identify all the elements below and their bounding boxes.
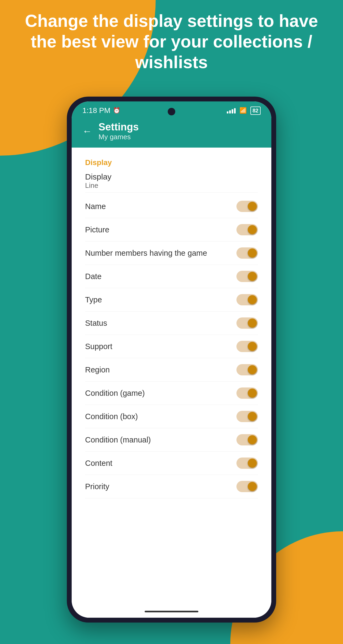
toggle-picture[interactable] (236, 224, 258, 235)
toggle-row-type: Type (85, 288, 258, 312)
toggle-label-status: Status (85, 319, 107, 328)
toggle-row-number-members: Number members having the game (85, 241, 258, 265)
toggle-label-content: Content (85, 459, 112, 468)
home-bar (72, 607, 271, 618)
toggle-track-condition-manual (236, 434, 258, 445)
toggle-thumb-type (248, 295, 257, 304)
hero-text: Change the display settings to have the … (0, 11, 343, 72)
toggle-row-date: Date (85, 265, 258, 288)
section-header-display: Display (85, 158, 258, 167)
toggle-priority[interactable] (236, 481, 258, 492)
toggle-thumb-condition-game (248, 389, 257, 398)
app-bar-title: Settings (98, 121, 139, 133)
toggle-thumb-status (248, 319, 257, 328)
toggle-condition-manual[interactable] (236, 434, 258, 445)
toggle-type[interactable] (236, 294, 258, 305)
battery-icon: 82 (250, 107, 261, 115)
camera-notch (168, 108, 175, 115)
display-line-label: Display (85, 172, 258, 181)
status-icons: 📶 82 (227, 107, 261, 115)
toggle-thumb-picture (248, 225, 257, 234)
toggle-thumb-name (248, 202, 257, 211)
toggle-support[interactable] (236, 341, 258, 352)
toggle-thumb-support (248, 342, 257, 351)
display-line-section: Display Line (85, 172, 258, 190)
toggle-row-name: Name (85, 195, 258, 218)
toggle-label-condition-game: Condition (game) (85, 389, 145, 398)
toggle-label-region: Region (85, 365, 110, 374)
toggle-label-condition-box: Condition (box) (85, 412, 138, 421)
toggle-row-region: Region (85, 358, 258, 382)
toggle-row-priority: Priority (85, 475, 258, 498)
toggle-condition-game[interactable] (236, 387, 258, 399)
content-area: Display Display Line Name (72, 148, 271, 607)
toggle-thumb-date (248, 272, 257, 281)
toggle-row-content: Content (85, 452, 258, 475)
toggle-number-members[interactable] (236, 247, 258, 259)
alarm-icon: ⏰ (113, 107, 120, 114)
toggle-label-priority: Priority (85, 482, 109, 491)
signal-icon (227, 108, 236, 114)
status-bar: 1:18 PM ⏰ 📶 82 (72, 101, 271, 117)
toggle-label-support: Support (85, 342, 112, 351)
back-button[interactable]: ← (82, 126, 92, 137)
toggle-row-support: Support (85, 335, 258, 358)
phone-frame: 1:18 PM ⏰ 📶 82 (67, 97, 276, 623)
toggle-row-status: Status (85, 312, 258, 335)
app-bar-subtitle: My games (98, 133, 139, 141)
toggle-track-condition-game (236, 387, 258, 399)
toggle-label-number-members: Number members having the game (85, 249, 207, 258)
toggle-label-picture: Picture (85, 225, 109, 234)
toggle-label-date: Date (85, 272, 101, 281)
toggle-track-support (236, 341, 258, 352)
phone-inner: 1:18 PM ⏰ 📶 82 (72, 101, 271, 618)
toggle-label-type: Type (85, 295, 102, 304)
toggle-thumb-priority (248, 482, 257, 491)
toggle-thumb-region (248, 365, 257, 374)
status-time: 1:18 PM ⏰ (82, 106, 120, 115)
home-bar-line (145, 611, 198, 612)
toggle-track-date (236, 271, 258, 282)
toggle-thumb-number-members (248, 248, 257, 258)
toggle-track-region (236, 364, 258, 375)
display-line-sub: Line (85, 181, 258, 190)
toggle-name[interactable] (236, 201, 258, 212)
divider-1 (85, 192, 258, 193)
toggle-track-type (236, 294, 258, 305)
toggle-row-condition-game: Condition (game) (85, 382, 258, 405)
toggle-row-condition-box: Condition (box) (85, 405, 258, 428)
toggle-track-name (236, 201, 258, 212)
wifi-icon: 📶 (239, 107, 247, 114)
toggle-track-status (236, 317, 258, 329)
toggle-thumb-condition-manual (248, 435, 257, 444)
toggle-track-picture (236, 224, 258, 235)
toggle-condition-box[interactable] (236, 411, 258, 422)
toggle-track-content (236, 458, 258, 469)
toggle-thumb-condition-box (248, 412, 257, 421)
toggle-track-condition-box (236, 411, 258, 422)
toggle-row-condition-manual: Condition (manual) (85, 428, 258, 452)
toggle-row-picture: Picture (85, 218, 258, 241)
toggle-date[interactable] (236, 271, 258, 282)
toggle-thumb-content (248, 459, 257, 468)
toggle-content[interactable] (236, 458, 258, 469)
app-bar: ← Settings My games (72, 117, 271, 148)
toggle-label-condition-manual: Condition (manual) (85, 436, 151, 444)
toggle-label-name: Name (85, 202, 106, 211)
toggle-track-priority (236, 481, 258, 492)
app-bar-title-group: Settings My games (98, 121, 139, 141)
toggle-track-number-members (236, 247, 258, 259)
toggle-status[interactable] (236, 317, 258, 329)
phone-wrapper: 1:18 PM ⏰ 📶 82 (67, 97, 276, 623)
toggle-region[interactable] (236, 364, 258, 375)
